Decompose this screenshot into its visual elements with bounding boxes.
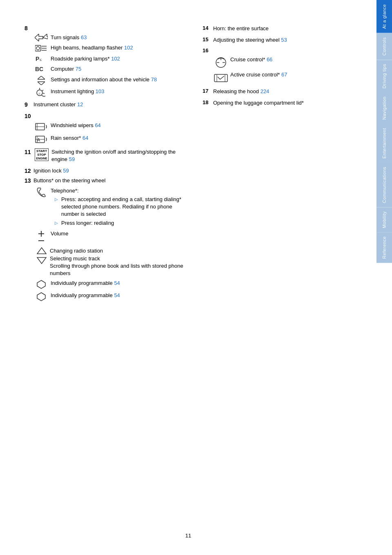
bullet-1-text: Press: accepting and ending a call, star… [61,196,186,218]
item-17-number: 17 [203,88,213,94]
sidebar-tab-driving-tips[interactable]: Driving tips [376,60,392,92]
item-16: 16 [203,47,364,83]
item-9-number: 9 [24,101,33,108]
svg-line-30 [41,293,45,295]
svg-line-14 [42,90,43,91]
high-beams-text: High beams, headlamp flasher 102 [51,44,186,51]
active-cruise-icon [213,71,229,83]
item-18: 18 Opening the luggage compartment lid* [203,99,364,107]
item-15-text: Adjusting the steering wheel 53 [213,36,364,44]
rain-sensor-text: Rain sensor* 64 [51,134,186,142]
sidebar-tab-reference[interactable]: Reference [376,232,392,263]
right-column: 14 Horn: the entire surface 15 Adjusting… [203,25,364,306]
svg-marker-11 [38,82,45,85]
high-beams-icon [33,44,49,52]
sidebar: At a glance Controls Driving tips Naviga… [376,0,392,555]
sidebar-tab-communications[interactable]: Communications [376,163,392,207]
sidebar-tab-controls[interactable]: Controls [376,33,392,60]
item-18-number: 18 [203,99,213,105]
sidebar-tab-navigation[interactable]: Navigation [376,92,392,124]
svg-rect-2 [35,45,41,51]
computer-icon: BC [33,65,49,73]
start-stop-icon: START STOP ENGINE [33,148,50,161]
svg-text:P: P [36,56,39,62]
svg-marker-27 [37,248,46,254]
item-17-text: Releasing the hood 224 [213,87,364,96]
item-17: 17 Releasing the hood 224 [203,87,364,96]
settings-icon [33,76,49,85]
item-8: 8 Turn signals 63 [24,25,186,97]
telephone-text: Telephone*: ▷ Press: accepting and endin… [51,187,186,229]
radio-down-icon [37,257,47,265]
item-16-number: 16 [203,47,213,54]
rain-sensor-icon: A [33,134,49,144]
item-9: 9 Instrument cluster 12 [24,101,186,108]
item-15: 15 Adjusting the steering wheel 53 [203,36,364,44]
telephone-icon [33,187,49,199]
item-15-number: 15 [203,36,213,43]
item-14: 14 Horn: the entire surface [203,25,364,33]
bullet-2-text: Press longer: redialing [61,219,114,227]
svg-marker-10 [38,76,45,79]
svg-line-15 [43,93,45,94]
item-10-number: 10 [24,113,33,119]
item-12-number: 12 [24,168,33,174]
svg-line-29 [37,293,41,295]
item-10: 10 Windshield wi [24,112,186,144]
item-12-text: Ignition lock 59 [33,167,186,175]
svg-marker-0 [35,34,43,41]
item-14-number: 14 [203,25,213,31]
svg-text:☼: ☼ [38,92,41,95]
item-14-text: Horn: the entire surface [213,25,364,33]
prog1-icon [33,280,49,289]
active-cruise-text: Active cruise control* 67 [230,71,364,78]
item-13-text: Buttons* on the steering wheel [33,177,186,184]
left-column: 8 Turn signals 63 [24,25,186,306]
computer-text: Computer 75 [51,65,186,73]
volume-icon [33,230,49,245]
svg-marker-1 [43,34,48,39]
svg-text:≤: ≤ [40,58,42,62]
parking-lamps-text: Roadside parking lamps* 102 [51,55,186,63]
item-9-text: Instrument cluster 12 [33,101,186,108]
svg-text:A: A [37,137,40,142]
svg-point-3 [36,47,40,50]
item-12: 12 Ignition lock 59 [24,167,186,175]
bullet-arrow-1: ▷ [55,197,61,202]
svg-rect-35 [214,74,227,82]
music-text: Changing radio station Selecting music t… [50,247,186,277]
svg-marker-28 [37,257,46,264]
cruise-control-text: Cruise control* 66 [230,56,364,63]
radio-up-icon [37,247,47,256]
item-13-number: 13 [24,177,33,184]
instrument-lighting-text: Instrument lighting 103 [51,88,186,95]
prog2-text: Individually programmable 54 [51,292,186,299]
prog1-text: Individually programmable 54 [51,280,186,287]
item-18-text: Opening the luggage compartment lid* [213,99,364,107]
sidebar-tab-mobility[interactable]: Mobility [376,207,392,232]
instrument-lighting-icon: ☼ [33,88,49,97]
settings-text: Settings and information about the vehic… [51,76,186,83]
sidebar-tab-at-a-glance[interactable]: At a glance [376,0,392,33]
volume-text: Volume [51,230,186,237]
turn-signals-text: Turn signals 63 [51,34,186,41]
sidebar-tab-entertainment[interactable]: Entertainment [376,124,392,163]
windshield-wipers-icon [33,122,49,132]
bullet-arrow-2: ▷ [55,220,61,226]
item-8-number: 8 [24,25,33,31]
cruise-control-icon [213,56,229,68]
item-13: 13 Buttons* on the steering wheel [24,177,186,302]
windshield-wipers-text: Windshield wipers 64 [51,122,186,129]
parking-lamps-icon: P ≤ [33,55,49,63]
page-number: 11 [185,533,191,539]
item-11: 11 START STOP ENGINE Switching the ignit… [24,148,186,163]
turn-signals-icon [33,34,49,41]
item-11-text: Switching the ignition on/off and starti… [51,148,186,163]
item-11-number: 11 [24,149,33,155]
prog2-icon [33,292,49,302]
svg-text:BC: BC [35,66,43,72]
